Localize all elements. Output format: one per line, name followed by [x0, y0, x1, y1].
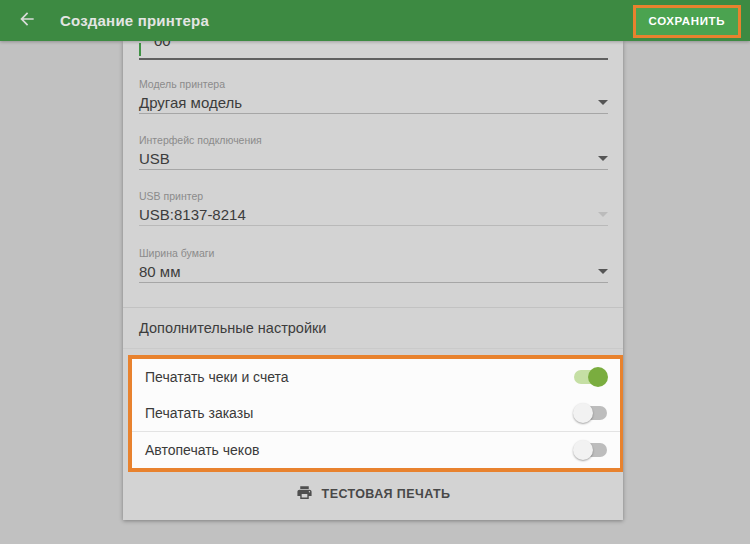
test-print-label: ТЕСТОВАЯ ПЕЧАТЬ	[322, 487, 451, 501]
toggle-label: Печатать чеки и счета	[145, 369, 289, 385]
print-orders-toggle[interactable]	[573, 403, 608, 423]
field-label: Модель принтера	[139, 78, 608, 91]
toggle-knob	[573, 440, 593, 460]
field-printer-model: Модель принтера Другая модель	[139, 78, 608, 114]
chevron-down-icon	[598, 100, 608, 105]
field-label: Ширина бумаги	[139, 247, 608, 260]
print-receipts-toggle[interactable]	[573, 367, 608, 387]
toggles-highlight-box: Печатать чеки и счета Печатать заказы Ав…	[128, 355, 623, 472]
test-print-button[interactable]: ТЕСТОВАЯ ПЕЧАТЬ	[123, 472, 623, 516]
field-value: 80 мм	[139, 263, 180, 280]
printer-icon	[296, 484, 313, 505]
row-divider	[123, 348, 623, 349]
field-paper-width: Ширина бумаги 80 мм	[139, 247, 608, 283]
field-usb-printer: USB принтер USB:8137-8214	[139, 190, 608, 226]
toggle-row-print-receipts[interactable]: Печатать чеки и счета	[132, 359, 620, 395]
chevron-down-icon	[598, 269, 608, 274]
field-value: Другая модель	[139, 94, 242, 111]
text-cursor	[139, 43, 141, 56]
printer-name-field[interactable]: 00	[139, 41, 608, 60]
paper-width-select[interactable]: 80 мм	[139, 260, 608, 283]
printer-model-select[interactable]: Другая модель	[139, 91, 608, 114]
arrow-left-icon	[17, 9, 37, 33]
field-value: USB:8137-8214	[139, 206, 246, 223]
app-bar: Создание принтера СОХРАНИТЬ	[0, 0, 750, 41]
save-button-highlight: СОХРАНИТЬ	[633, 5, 741, 38]
toggle-row-print-orders[interactable]: Печатать заказы	[132, 395, 620, 431]
toggle-row-autoprint-receipts[interactable]: Автопечать чеков	[132, 432, 620, 468]
field-label: Интерфейс подключения	[139, 134, 608, 147]
printer-form-card: 00 Модель принтера Другая модель Интерфе…	[123, 41, 623, 520]
toggle-label: Печатать заказы	[145, 405, 253, 421]
toggle-knob	[573, 403, 593, 423]
page-title: Создание принтера	[60, 12, 209, 29]
chevron-down-icon	[598, 212, 608, 217]
toggle-knob	[588, 367, 608, 387]
additional-settings-title: Дополнительные настройки	[123, 308, 623, 348]
connection-interface-select[interactable]: USB	[139, 147, 608, 170]
chevron-down-icon	[598, 156, 608, 161]
printer-name-partial-value: 00	[154, 41, 171, 51]
autoprint-receipts-toggle[interactable]	[573, 440, 608, 460]
field-label: USB принтер	[139, 190, 608, 203]
field-connection-interface: Интерфейс подключения USB	[139, 134, 608, 170]
field-value: USB	[139, 150, 170, 167]
usb-printer-select: USB:8137-8214	[139, 203, 608, 226]
toggle-label: Автопечать чеков	[145, 442, 259, 458]
save-button[interactable]: СОХРАНИТЬ	[636, 8, 738, 35]
back-button[interactable]	[15, 9, 39, 33]
